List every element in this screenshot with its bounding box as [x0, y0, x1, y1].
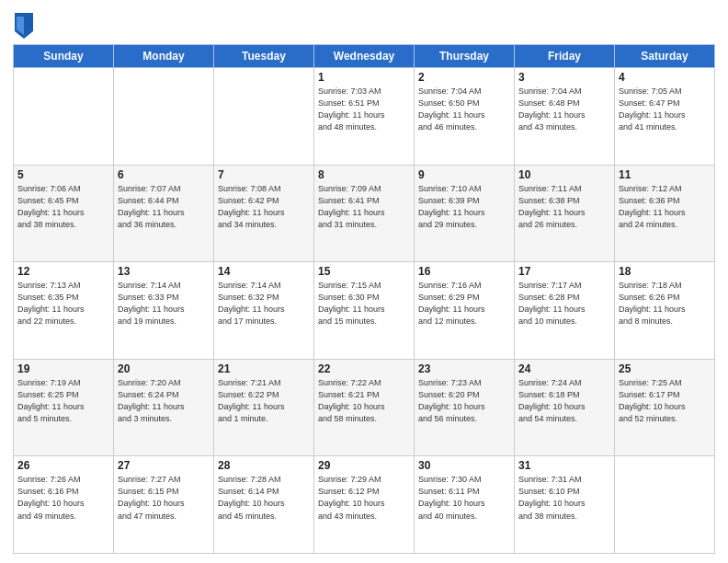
calendar-cell: 13Sunrise: 7:14 AM Sunset: 6:33 PM Dayli… [114, 262, 214, 360]
calendar-cell: 6Sunrise: 7:07 AM Sunset: 6:44 PM Daylig… [114, 165, 214, 262]
day-number: 25 [619, 362, 711, 375]
calendar-cell: 1Sunrise: 7:03 AM Sunset: 6:51 PM Daylig… [314, 68, 415, 166]
calendar-table: SundayMondayTuesdayWednesdayThursdayFrid… [13, 44, 715, 554]
day-number: 13 [118, 265, 210, 278]
calendar-cell: 28Sunrise: 7:28 AM Sunset: 6:14 PM Dayli… [214, 456, 314, 554]
day-info: Sunrise: 7:27 AM Sunset: 6:15 PM Dayligh… [118, 474, 210, 522]
day-info: Sunrise: 7:07 AM Sunset: 6:44 PM Dayligh… [118, 183, 210, 231]
day-number: 12 [17, 265, 109, 278]
day-number: 3 [518, 71, 610, 84]
day-info: Sunrise: 7:28 AM Sunset: 6:14 PM Dayligh… [218, 474, 310, 522]
day-number: 15 [318, 265, 410, 278]
day-number: 11 [619, 168, 711, 181]
calendar-cell [14, 68, 114, 166]
day-number: 5 [17, 168, 109, 181]
calendar-week-row: 19Sunrise: 7:19 AM Sunset: 6:25 PM Dayli… [14, 359, 715, 456]
day-number: 4 [619, 71, 711, 84]
day-number: 24 [518, 362, 610, 375]
calendar-cell: 19Sunrise: 7:19 AM Sunset: 6:25 PM Dayli… [14, 359, 114, 456]
day-info: Sunrise: 7:14 AM Sunset: 6:32 PM Dayligh… [218, 280, 310, 327]
day-number: 31 [518, 459, 610, 472]
day-info: Sunrise: 7:26 AM Sunset: 6:16 PM Dayligh… [17, 474, 109, 522]
day-number: 9 [418, 168, 510, 181]
day-info: Sunrise: 7:11 AM Sunset: 6:38 PM Dayligh… [518, 183, 610, 231]
day-info: Sunrise: 7:16 AM Sunset: 6:29 PM Dayligh… [418, 280, 510, 327]
day-info: Sunrise: 7:25 AM Sunset: 6:17 PM Dayligh… [619, 377, 711, 425]
calendar-cell: 26Sunrise: 7:26 AM Sunset: 6:16 PM Dayli… [14, 456, 114, 554]
day-info: Sunrise: 7:12 AM Sunset: 6:36 PM Dayligh… [619, 183, 711, 231]
day-info: Sunrise: 7:23 AM Sunset: 6:20 PM Dayligh… [418, 377, 510, 425]
calendar-cell: 30Sunrise: 7:30 AM Sunset: 6:11 PM Dayli… [415, 456, 515, 554]
calendar-cell [615, 456, 715, 554]
weekday-header: Friday [515, 45, 615, 68]
day-number: 14 [218, 265, 310, 278]
calendar-cell: 16Sunrise: 7:16 AM Sunset: 6:29 PM Dayli… [415, 262, 515, 360]
calendar-cell [214, 68, 314, 166]
header [13, 9, 715, 39]
calendar-cell: 23Sunrise: 7:23 AM Sunset: 6:20 PM Dayli… [415, 359, 515, 456]
calendar-cell: 31Sunrise: 7:31 AM Sunset: 6:10 PM Dayli… [515, 456, 615, 554]
day-info: Sunrise: 7:14 AM Sunset: 6:33 PM Dayligh… [118, 280, 210, 327]
calendar-cell: 25Sunrise: 7:25 AM Sunset: 6:17 PM Dayli… [615, 359, 715, 456]
calendar-cell: 20Sunrise: 7:20 AM Sunset: 6:24 PM Dayli… [114, 359, 214, 456]
calendar-cell: 15Sunrise: 7:15 AM Sunset: 6:30 PM Dayli… [314, 262, 415, 360]
day-number: 7 [218, 168, 310, 181]
calendar-week-row: 5Sunrise: 7:06 AM Sunset: 6:45 PM Daylig… [14, 165, 715, 262]
day-info: Sunrise: 7:08 AM Sunset: 6:42 PM Dayligh… [218, 183, 310, 231]
calendar-cell: 21Sunrise: 7:21 AM Sunset: 6:22 PM Dayli… [214, 359, 314, 456]
calendar-cell: 8Sunrise: 7:09 AM Sunset: 6:41 PM Daylig… [314, 165, 415, 262]
calendar-cell [114, 68, 214, 166]
calendar-week-row: 12Sunrise: 7:13 AM Sunset: 6:35 PM Dayli… [14, 262, 715, 360]
day-number: 18 [619, 265, 711, 278]
day-number: 8 [318, 168, 410, 181]
calendar-cell: 18Sunrise: 7:18 AM Sunset: 6:26 PM Dayli… [615, 262, 715, 360]
calendar-cell: 27Sunrise: 7:27 AM Sunset: 6:15 PM Dayli… [114, 456, 214, 554]
day-info: Sunrise: 7:18 AM Sunset: 6:26 PM Dayligh… [619, 280, 711, 327]
day-info: Sunrise: 7:04 AM Sunset: 6:50 PM Dayligh… [418, 86, 510, 133]
day-info: Sunrise: 7:06 AM Sunset: 6:45 PM Dayligh… [17, 183, 109, 231]
weekday-header: Monday [114, 45, 214, 68]
day-number: 2 [418, 71, 510, 84]
day-number: 22 [318, 362, 410, 375]
day-info: Sunrise: 7:09 AM Sunset: 6:41 PM Dayligh… [318, 183, 410, 231]
weekday-header: Saturday [615, 45, 715, 68]
day-number: 23 [418, 362, 510, 375]
calendar-cell: 3Sunrise: 7:04 AM Sunset: 6:48 PM Daylig… [515, 68, 615, 166]
day-info: Sunrise: 7:04 AM Sunset: 6:48 PM Dayligh… [518, 86, 610, 133]
logo [13, 13, 39, 39]
day-info: Sunrise: 7:17 AM Sunset: 6:28 PM Dayligh… [518, 280, 610, 327]
day-info: Sunrise: 7:05 AM Sunset: 6:47 PM Dayligh… [619, 86, 711, 133]
day-info: Sunrise: 7:22 AM Sunset: 6:21 PM Dayligh… [318, 377, 410, 425]
calendar-cell: 10Sunrise: 7:11 AM Sunset: 6:38 PM Dayli… [515, 165, 615, 262]
calendar-cell: 9Sunrise: 7:10 AM Sunset: 6:39 PM Daylig… [415, 165, 515, 262]
calendar-cell: 2Sunrise: 7:04 AM Sunset: 6:50 PM Daylig… [415, 68, 515, 166]
weekday-header: Tuesday [214, 45, 314, 68]
day-number: 28 [218, 459, 310, 472]
calendar-cell: 14Sunrise: 7:14 AM Sunset: 6:32 PM Dayli… [214, 262, 314, 360]
day-number: 1 [318, 71, 410, 84]
logo-icon [15, 13, 33, 39]
day-info: Sunrise: 7:31 AM Sunset: 6:10 PM Dayligh… [518, 474, 610, 522]
day-number: 19 [17, 362, 109, 375]
day-info: Sunrise: 7:10 AM Sunset: 6:39 PM Dayligh… [418, 183, 510, 231]
day-info: Sunrise: 7:24 AM Sunset: 6:18 PM Dayligh… [518, 377, 610, 425]
weekday-header: Thursday [415, 45, 515, 68]
day-info: Sunrise: 7:21 AM Sunset: 6:22 PM Dayligh… [218, 377, 310, 425]
calendar-cell: 4Sunrise: 7:05 AM Sunset: 6:47 PM Daylig… [615, 68, 715, 166]
day-number: 20 [118, 362, 210, 375]
day-info: Sunrise: 7:13 AM Sunset: 6:35 PM Dayligh… [17, 280, 109, 327]
day-number: 17 [518, 265, 610, 278]
calendar-cell: 12Sunrise: 7:13 AM Sunset: 6:35 PM Dayli… [14, 262, 114, 360]
day-info: Sunrise: 7:19 AM Sunset: 6:25 PM Dayligh… [17, 377, 109, 425]
day-number: 27 [118, 459, 210, 472]
day-number: 10 [518, 168, 610, 181]
calendar-header-row: SundayMondayTuesdayWednesdayThursdayFrid… [14, 45, 715, 68]
day-info: Sunrise: 7:30 AM Sunset: 6:11 PM Dayligh… [418, 474, 510, 522]
calendar-week-row: 26Sunrise: 7:26 AM Sunset: 6:16 PM Dayli… [14, 456, 715, 554]
weekday-header: Wednesday [314, 45, 415, 68]
day-info: Sunrise: 7:29 AM Sunset: 6:12 PM Dayligh… [318, 474, 410, 522]
day-number: 29 [318, 459, 410, 472]
day-info: Sunrise: 7:03 AM Sunset: 6:51 PM Dayligh… [318, 86, 410, 133]
day-info: Sunrise: 7:20 AM Sunset: 6:24 PM Dayligh… [118, 377, 210, 425]
page: SundayMondayTuesdayWednesdayThursdayFrid… [0, 0, 728, 563]
